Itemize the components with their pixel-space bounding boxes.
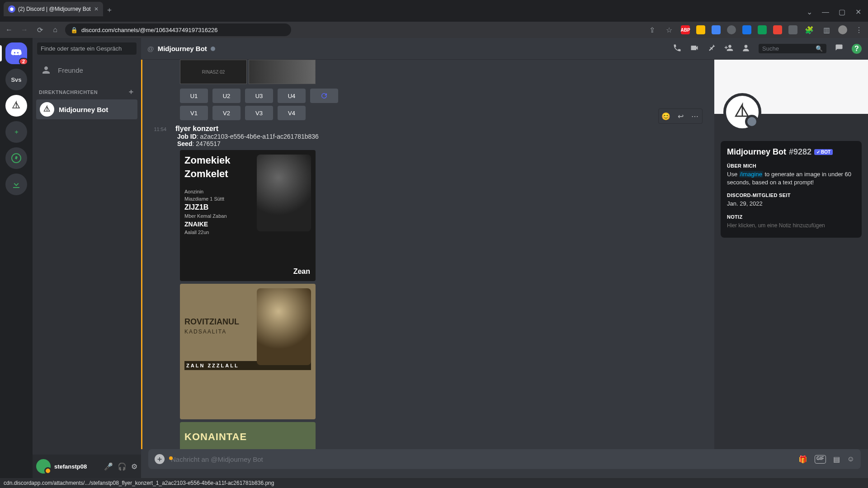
u1-button[interactable]: U1	[180, 89, 208, 103]
explore-servers-button[interactable]	[5, 147, 27, 169]
show-profile-icon[interactable]	[741, 43, 750, 54]
add-friend-icon[interactable]	[724, 43, 733, 54]
gif-icon[interactable]: GIF	[815, 455, 826, 464]
u4-button[interactable]: U4	[278, 89, 306, 103]
settings-icon[interactable]: ⚙	[131, 462, 137, 471]
image-grid-partial[interactable]: RINASZ·02	[180, 60, 700, 84]
generated-image[interactable]	[249, 60, 316, 84]
extension-icon[interactable]	[788, 25, 797, 34]
video-call-icon[interactable]	[690, 43, 699, 54]
maximize-icon[interactable]: ▢	[835, 8, 848, 16]
generated-image[interactable]: RINASZ·02	[180, 60, 247, 84]
add-server-button[interactable]: ＋	[5, 121, 27, 143]
abp-extension-icon[interactable]: ABP	[681, 25, 690, 34]
back-icon[interactable]: ←	[4, 26, 14, 34]
status-text: cdn.discordapp.com/attachments/.../stefa…	[4, 480, 274, 486]
dm-header: DIREKTNACHRICHTEN ＋	[33, 81, 141, 99]
search-input[interactable]: Suche 🔍	[759, 44, 826, 53]
url-field[interactable]: 🔒 discord.com/channels/@me/1063443749197…	[65, 23, 291, 36]
more-icon[interactable]: ⋯	[689, 110, 701, 122]
extension-icon[interactable]	[773, 25, 782, 34]
home-icon[interactable]: ⌂	[50, 26, 61, 34]
sailboat-icon	[11, 100, 22, 111]
download-apps-button[interactable]	[5, 174, 27, 195]
generated-image-3[interactable]: KONAINTAE	[180, 422, 316, 449]
voice-call-icon[interactable]	[673, 43, 682, 54]
person-silhouette	[257, 155, 311, 231]
share-icon[interactable]: ⇪	[646, 26, 657, 34]
v3-button[interactable]: V3	[245, 106, 273, 120]
kebab-menu-icon[interactable]: ⋮	[854, 26, 864, 34]
emoji-icon[interactable]: ☺	[847, 455, 854, 464]
extension-icon[interactable]	[727, 25, 736, 34]
forward-icon[interactable]: →	[19, 26, 30, 34]
new-tab-button[interactable]: ＋	[103, 4, 116, 16]
message-input-bar: ＋ Nachricht an @Midjourney Bot 🎁 GIF ▤ ☺	[148, 449, 861, 469]
mute-icon[interactable]: 🎤	[104, 462, 113, 471]
dm-header-label: DIREKTNACHRICHTEN	[39, 89, 98, 95]
pin-icon[interactable]	[707, 43, 716, 54]
sailboat-icon	[42, 105, 52, 114]
reload-icon[interactable]: ⟳	[34, 26, 45, 34]
reroll-button[interactable]	[310, 89, 338, 103]
extension-icon[interactable]	[758, 25, 767, 34]
imagine-command[interactable]: /imagine	[739, 171, 763, 178]
gift-icon[interactable]: 🎁	[798, 455, 807, 464]
message-input[interactable]: Nachricht an @Midjourney Bot	[171, 455, 792, 463]
chat-title: Midjourney Bot	[158, 45, 207, 52]
create-dm-icon[interactable]: ＋	[127, 87, 135, 97]
v4-button[interactable]: V4	[278, 106, 306, 120]
attach-button[interactable]: ＋	[155, 454, 165, 464]
generated-image-2[interactable]: ROVITZIANUL KADSAALITA ZALN ZZZLALL	[180, 284, 316, 419]
status-bar: cdn.discordapp.com/attachments/.../stefa…	[0, 478, 868, 488]
profile-avatar-icon[interactable]	[838, 25, 847, 34]
friends-icon	[41, 65, 52, 75]
search-placeholder: Suche	[762, 45, 779, 52]
user-avatar[interactable]	[36, 459, 51, 474]
v1-button[interactable]: V1	[180, 106, 208, 120]
extensions-menu-icon[interactable]: 🧩	[804, 26, 815, 34]
inbox-icon[interactable]	[835, 43, 844, 54]
friends-button[interactable]: Freunde	[36, 61, 137, 79]
about-heading: ÜBER MICH	[727, 163, 855, 169]
u3-button[interactable]: U3	[245, 89, 273, 103]
v2-button[interactable]: V2	[212, 106, 241, 120]
profile-username: Midjourney Bot	[727, 147, 786, 157]
address-bar: ← → ⟳ ⌂ 🔒 discord.com/channels/@me/10634…	[0, 22, 868, 38]
message-hover-actions: 😊 ↩ ⋯	[658, 108, 703, 124]
minimize-icon[interactable]: ―	[819, 8, 832, 16]
chevron-down-icon[interactable]: ⌄	[803, 8, 816, 16]
dm-item-label: Midjourney Bot	[59, 106, 108, 113]
seed-label: Seed	[177, 140, 192, 147]
close-tab-icon[interactable]: ✕	[94, 6, 99, 12]
profile-avatar[interactable]	[723, 93, 761, 131]
deafen-icon[interactable]: 🎧	[118, 462, 127, 471]
extension-icons: ⇪ ☆ ABP 🧩 ▥ ⋮	[646, 25, 864, 34]
help-icon[interactable]: ?	[852, 44, 862, 54]
extension-icon[interactable]	[742, 25, 751, 34]
generated-image-1[interactable]: Zomekiek Zomkelet Aonzinin Miazdiame 1 S…	[180, 150, 316, 281]
extension-icon[interactable]	[712, 25, 721, 34]
bot-badge: BOT	[814, 149, 833, 155]
note-input[interactable]	[727, 220, 855, 231]
dm-item-midjourney[interactable]: Midjourney Bot	[36, 99, 137, 119]
add-reaction-icon[interactable]: 😊	[660, 110, 672, 122]
browser-tab[interactable]: (2) Discord | @Midjourney Bot ✕	[4, 2, 103, 16]
chat-column: @ Midjourney Bot Suche 🔍 ?	[141, 38, 868, 478]
sailboat-icon	[732, 102, 752, 122]
sticker-icon[interactable]: ▤	[833, 455, 840, 464]
close-window-icon[interactable]: ✕	[852, 8, 864, 16]
u2-button[interactable]: U2	[212, 89, 241, 103]
discord-favicon	[8, 5, 15, 13]
about-text: Use /imagine to generate an image in und…	[727, 170, 855, 186]
reply-icon[interactable]: ↩	[674, 110, 687, 122]
sidepanel-icon[interactable]: ▥	[821, 26, 832, 34]
server-item[interactable]	[5, 95, 27, 117]
server-item[interactable]: Svs	[5, 69, 27, 90]
member-since-value: Jan. 29, 2022	[727, 200, 855, 208]
extension-icon[interactable]	[696, 25, 705, 34]
bookmark-icon[interactable]: ☆	[664, 26, 675, 34]
dm-home-button[interactable]	[5, 42, 27, 64]
quick-switcher[interactable]: Finde oder starte ein Gespräch	[37, 42, 137, 55]
compass-icon	[11, 153, 22, 164]
